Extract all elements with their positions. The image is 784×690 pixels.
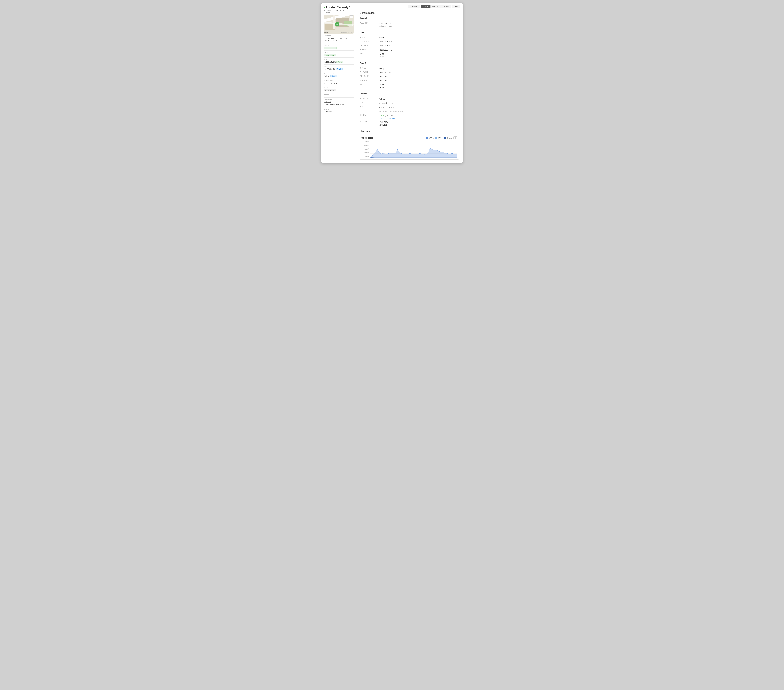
wan1-status-badge: Active	[336, 61, 343, 63]
y-label-160: 160 Mb/s	[361, 148, 370, 150]
y-label-320: 320 Mb/s	[361, 140, 370, 142]
chart-pause-button[interactable]: ⏸	[453, 137, 457, 139]
wan2-gw-row: GATEWAY 195.27.35.153	[360, 79, 459, 83]
status-indicator	[324, 7, 325, 8]
tag-recently-added[interactable]: recently-added	[324, 89, 336, 91]
wan1-ip-row: IP (STATIC) 82.163.125.252	[360, 40, 459, 44]
signal-dot: ●	[379, 115, 379, 116]
map-expand-button[interactable]: ⤢	[350, 15, 353, 18]
wan2-ip: 195.27.35.156	[324, 68, 334, 70]
cellular-provider-label: PROVIDER	[360, 98, 379, 100]
signal-quality: ● Good (-90 dBm)	[379, 114, 396, 117]
map-data-label: Map data ©2018 Google	[341, 32, 353, 33]
chart-header: Uplink traffic WAN 1 WAN 2	[361, 137, 457, 139]
serial-value: Q2FN-7ZK5-U2XF	[324, 82, 354, 84]
sidebar-tags-section: TAGS recently-added	[324, 87, 354, 93]
signal-dbm: (-90 dBm)	[385, 114, 394, 117]
general-header: General	[360, 17, 459, 20]
wan2-dns-value: 8.8.8.8 8.8.4.4	[379, 83, 384, 89]
y-label-0: 0 Mb/s	[361, 156, 370, 157]
device-name-header: London Security 1	[324, 6, 354, 9]
cellular-ip-row: IP Will be assigned when active	[360, 109, 459, 114]
wan2-ip-value: 195.27.35.156	[379, 71, 390, 74]
firmware-status: Up to date	[324, 101, 354, 103]
wan2-dns-label: DNS	[360, 83, 379, 85]
signal-more-link[interactable]: More signal statistics...	[379, 117, 396, 120]
cellular-status-label: STATUS	[360, 106, 379, 108]
chart-svg-wrapper	[370, 140, 457, 158]
hostname: hostname unknown	[379, 25, 394, 28]
sidebar-config-section: CONFIG Up to date	[324, 108, 354, 114]
cellular-label: CELLULAR UPLINK	[324, 73, 354, 74]
y-label-240: 240 Mb/s	[361, 145, 370, 146]
sidebar: London Security 1 MX67C 00:18:0a:02:a2:c…	[321, 3, 356, 163]
legend-wan2-swatch	[435, 137, 437, 139]
device-role: PRIMARY	[324, 12, 354, 13]
cellular-row: Verizon Ready	[324, 75, 354, 78]
cellular-provider-row: PROVIDER Verizon	[360, 97, 459, 101]
sidebar-cellular-section: CELLULAR UPLINK Verizon Ready	[324, 73, 354, 79]
primary-label: PRIMARY	[324, 45, 354, 46]
tab-uplink[interactable]: Uplink	[421, 5, 430, 8]
config-status: Up to date	[324, 111, 354, 113]
sidebar-serial-section: SERIAL NUMBER Q2FN-7ZK5-U2XF	[324, 80, 354, 86]
wan2-dns1: 8.8.8.8	[379, 83, 384, 86]
y-label-80: 80 Mb/s	[361, 152, 370, 154]
wan1-ip-value: 82.163.125.252	[379, 40, 392, 43]
wan1-ip-label: IP (STATIC)	[360, 40, 379, 42]
wan2-label: WAN 2	[324, 66, 354, 68]
wan1-status-value: Active	[379, 36, 384, 39]
firmware-label: FIRMWARE	[324, 99, 354, 101]
wan1-header: WAN 1	[360, 31, 459, 34]
tab-tools[interactable]: Tools	[451, 5, 460, 8]
config-title: Configuration	[360, 12, 459, 15]
public-ip-value: 82.163.125.252 hostname unknown	[379, 22, 394, 28]
device-name: London Security 1	[326, 6, 351, 9]
imei-line2: 12341231	[379, 124, 388, 126]
wan1-row: 82.163.125.252 Active	[324, 61, 354, 63]
tab-bar: Summary Uplink DHCP Location Tools	[356, 3, 463, 8]
wan1-dns1: 8.8.8.8	[379, 53, 384, 55]
wan2-vip-value: 195.27.35.158	[379, 75, 390, 78]
cellular-status-text: Ready, enabled	[379, 106, 392, 108]
cellular-status-row: STATUS Ready, enabled ✏	[360, 105, 459, 109]
apn-edit-icon[interactable]: ✏	[392, 102, 393, 104]
spare-label: SPARE	[324, 52, 354, 53]
wan2-section: WAN 2 STATUS Ready IP (STATIC) 195.27.35…	[360, 62, 459, 89]
cellular-apn-value: cell.meraki.net ✏	[379, 102, 393, 105]
sidebar-wan2-section: WAN 2 195.27.35.156 Ready	[324, 66, 354, 72]
tab-summary[interactable]: Summary	[408, 5, 420, 8]
wan2-ip-row: IP (STATIC) 195.27.35.156	[360, 71, 459, 74]
sidebar-notes-section: NOTES	[324, 94, 354, 97]
legend-wan2: WAN 2	[435, 137, 443, 139]
tags-label: TAGS	[324, 87, 354, 89]
wan1-dns2: 8.8.4.4	[379, 55, 384, 58]
address-label: ADDRESS	[324, 35, 354, 37]
apn-text: cell.meraki.net	[379, 102, 390, 104]
content-area: Configuration General PUBLIC IP 82.163.1…	[356, 8, 463, 163]
cellular-signal-label: SIGNAL	[360, 114, 379, 116]
wan1-status-label: STATUS	[360, 36, 379, 38]
cellular-signal-row: SIGNAL ● Good (-90 dBm) More signal stat…	[360, 114, 459, 120]
cellular-apn-label: APN	[360, 102, 379, 104]
layout: London Security 1 MX67C 00:18:0a:02:a2:c…	[321, 3, 463, 163]
chart-area: 320 Mb/s 240 Mb/s 160 Mb/s 80 Mb/s 0 Mb/…	[361, 140, 457, 158]
wan2-vip-label: VIRTUAL IP	[360, 75, 379, 77]
device-map[interactable]: ⊕ ⤢ Google Map data ©2018 Google	[324, 15, 354, 33]
general-section: General PUBLIC IP 82.163.125.252 hostnam…	[360, 17, 459, 28]
cellular-provider: Verizon	[324, 75, 329, 77]
cellular-status-edit-icon[interactable]: ✏	[393, 106, 394, 109]
chart-controls: WAN 1 WAN 2 Cellular	[426, 137, 457, 139]
chart-y-axis: 320 Mb/s 240 Mb/s 160 Mb/s 80 Mb/s 0 Mb/…	[361, 140, 370, 158]
notes-label: NOTES	[324, 94, 354, 96]
tab-location[interactable]: Location	[440, 5, 451, 8]
legend-wan1-label: WAN 1	[428, 137, 433, 139]
imei-line1: 12341234 /	[379, 121, 388, 124]
tab-dhcp[interactable]: DHCP	[430, 5, 440, 8]
wan2-gw-label: GATEWAY	[360, 79, 379, 81]
cellular-ip-label: IP	[360, 110, 379, 112]
wan1-gw-value: 82.163.125.241	[379, 48, 392, 51]
wan1-ip: 82.163.125.252	[324, 61, 336, 63]
main-content: Summary Uplink DHCP Location Tools Confi…	[356, 3, 463, 163]
legend-cellular-label: Cellular	[446, 137, 452, 139]
